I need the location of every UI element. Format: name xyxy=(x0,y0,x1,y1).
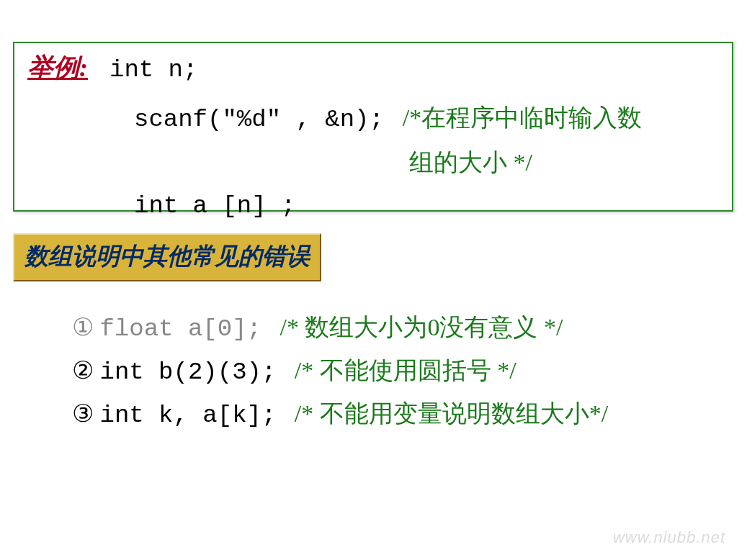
error-3-code: int k, a[k]; xyxy=(100,402,277,429)
error-2-marker: ② xyxy=(72,358,94,386)
error-1-code: float a[0]; xyxy=(100,315,261,343)
error-2-code: int b(2)(3); xyxy=(100,358,277,386)
error-1-comment: /* 数组大小为0没有意义 */ xyxy=(279,314,563,340)
example-row-1: 举例: int n; xyxy=(27,50,719,86)
example-row-int-a: int a [n] ; xyxy=(134,192,719,220)
banner-text: 数组说明中其他常见的错误 xyxy=(24,243,310,269)
example-label: 举例: xyxy=(27,50,88,86)
code-scanf: scanf("%d" , &n); xyxy=(134,106,384,133)
error-3-marker: ③ xyxy=(72,402,94,429)
code-int-n: int n; xyxy=(109,56,197,83)
comment-runtime-input-2: 组的大小 */ xyxy=(409,149,532,176)
error-3: ③ int k, a[k]; /* 不能用变量说明数组大小*/ xyxy=(72,397,608,430)
example-row-comment2: 组的大小 */ xyxy=(409,146,719,179)
example-row-scanf: scanf("%d" , &n); /*在程序中临时输入数 xyxy=(134,101,719,135)
example-box: 举例: int n; scanf("%d" , &n); /*在程序中临时输入数… xyxy=(13,42,733,212)
comment-runtime-input-1: /*在程序中临时输入数 xyxy=(403,101,642,135)
error-1: ① float a[0]; /* 数组大小为0没有意义 */ xyxy=(72,311,608,344)
error-3-comment: /* 不能用变量说明数组大小*/ xyxy=(295,400,608,427)
code-int-a-n: int a [n] ; xyxy=(134,192,295,220)
error-1-marker: ① xyxy=(72,315,94,343)
error-2-comment: /* 不能使用圆括号 */ xyxy=(295,357,516,384)
watermark: www.niubb.net xyxy=(613,528,725,547)
banner-common-errors: 数组说明中其他常见的错误 xyxy=(13,233,321,281)
errors-list: ① float a[0]; /* 数组大小为0没有意义 */ ② int b(2… xyxy=(72,311,608,441)
error-2: ② int b(2)(3); /* 不能使用圆括号 */ xyxy=(72,354,608,387)
